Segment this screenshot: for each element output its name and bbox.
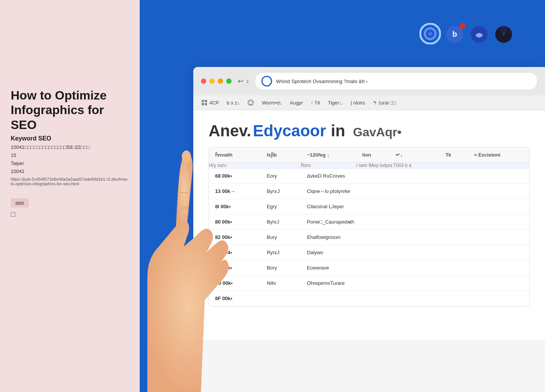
cell-col1-6: Bory [261,260,301,276]
cell-col2-8 [301,291,529,306]
cell-volume-7: S0 00k• [209,276,261,291]
heading-plain: Anev. [209,122,251,140]
cell-col2-2: Cllarsinal LJeper [301,199,529,214]
toolbar-item-6[interactable]: Tiger↓. [328,100,343,106]
page-content: Anev. Edycaoor in GavAqr• ɦnvalih lsʃlb … [193,110,545,340]
cell-volume-1: 13 00k→ [209,184,261,199]
cell-col2-5: Dalywo [301,245,529,260]
main-area: b [140,0,545,392]
heading-sub: GavAqr• [353,125,401,139]
col-header-2[interactable]: ~12lifeg ↓ [301,147,356,163]
table-subheader-row: Hry oun↕ Roro I sem lMey iudyaɪ T003 b a [209,163,529,168]
toolbar-item-7[interactable]: | nloirs [351,100,365,106]
cell-col1-2: Egry [261,199,301,214]
browser-chrome: ↩ › Wnind Sprotech Ovsamroning ?mats α̈t… [193,67,545,95]
traffic-light-orange[interactable] [218,78,223,84]
app-icon-2: b [444,23,465,44]
sidebar-tag[interactable]: seo [11,198,29,207]
sidebar-tag-icon: □ [11,210,129,219]
svg-point-15 [182,150,191,163]
address-bar[interactable]: Wnind Sprotech Ovsamroning ?mats α̈tl › [255,72,537,90]
table-header-row: ɦnvalih lsʃlb ~12lifeg ↓ lion ↵↓ Tk ≈ Ex… [209,147,529,163]
toolbar-item-5[interactable]: ↑ Tē [311,100,320,106]
cell-col1-3: BylɤJ [261,214,301,230]
toolbar-item-2[interactable] [247,99,254,106]
cell-volume-2: 8I 00k• [209,199,261,214]
heading-rest: in [331,122,345,140]
col-header-0: ɦnvalih [209,147,261,163]
traffic-light-close[interactable] [201,78,206,84]
cell-col2-6: Eowerave [301,260,529,276]
subheader-2: I sem lMey iudyaɪ T003 b a [356,163,529,168]
svg-point-7 [500,26,507,32]
nav-forward-icon[interactable]: › [246,77,249,85]
col-header-6: Tk [439,147,468,163]
svg-rect-9 [205,100,207,102]
subheader-0: Hry oun↕ [209,163,301,168]
col-header-5 [420,147,439,163]
cell-volume-0: 68 00k• [209,168,261,184]
cell-col2-1: Clqne↔lo ptolynrke [301,184,529,199]
cell-volume-4: 82 00k• [209,230,261,245]
cell-col1-4: Bury [261,230,301,245]
svg-rect-11 [205,103,207,105]
address-circle-icon [261,76,272,87]
toolbar-item-4[interactable]: Augpr [290,100,303,106]
traffic-light-minimize[interactable] [209,78,215,84]
subheader-1: Roro [301,163,356,168]
cell-volume-5: 17 004• [209,245,261,260]
col-header-7: ≈ Excietoni [468,147,529,163]
table-row: 82 00k• Bury Ehalfowigrosxn [209,230,529,245]
sidebar-url: https://pub-5c454f571b8e40a3a2aad27ade84… [11,177,129,186]
browser-window: ↩ › Wnind Sprotech Ovsamroning ?mats α̈t… [193,67,545,392]
cell-col1-0: Eory [261,168,301,184]
sidebar: How to Optimize Infographics for SEO Key… [0,0,140,392]
traffic-lights [201,78,232,84]
app-icon-3 [468,23,490,44]
page-heading-container: Anev. Edycaoor in GavAqr• [209,122,530,140]
traffic-light-maximize[interactable] [226,78,232,84]
svg-rect-10 [202,103,204,105]
browser-toolbar: 4CP b s z↓ Worm•d↓ Augpr ↑ Tē Tiger↓. | … [193,95,545,110]
toolbar-item-8[interactable]: ↰ ⟨ural □□ [373,100,396,106]
nav-buttons: ↩ › [238,77,249,85]
toolbar-item-3[interactable]: Worm•d↓ [262,100,282,106]
sidebar-meta: 10041□□□□□□□□□□□□□□50□22□□□ 15 Taipei 10… [11,144,129,175]
svg-text:b: b [452,30,457,38]
table-row: 8F 00k• [209,291,529,306]
data-table-container: ɦnvalih lsʃlb ~12lifeg ↓ lion ↵↓ Tk ≈ Ex… [209,147,530,307]
col-header-4: ↵↓ [390,147,420,163]
cell-volume-3: 80 00k• [209,214,261,230]
table-row: 80 00k• BylɤJ Ponw□_Caurapedɴth [209,214,529,230]
nav-back-icon[interactable]: ↩ [238,77,243,85]
sidebar-keyword: Keyword SEO [11,135,129,142]
heading-blue: Edycaoor [253,122,326,140]
col-header-1: lsʃlb [261,147,301,163]
cell-volume-8: 8F 00k• [209,291,261,306]
app-icon-4 [493,23,514,44]
top-blue-bar: b [140,0,545,69]
svg-point-13 [249,101,250,103]
toolbar-item-1[interactable]: b s z↓ [227,100,240,106]
sidebar-title: How to Optimize Infographics for SEO [11,88,129,132]
col-header-3: lion [356,147,390,163]
svg-point-2 [428,32,432,36]
browser-icons-group: b [419,23,514,44]
cell-col1-8 [261,291,301,306]
data-table: ɦnvalih lsʃlb ~12lifeg ↓ lion ↵↓ Tk ≈ Ex… [209,147,529,306]
cell-col1-7: Nillv [261,276,301,291]
app-icon-1 [419,23,441,44]
table-row: 32 00k• Bory Eowerave [209,260,529,276]
svg-point-14 [251,101,253,103]
address-text: Wnind Sprotech Ovsamroning ?mats α̈tl › [276,78,367,84]
cell-col2-0: ΔvkeD RuCroves [301,168,529,184]
table-row: 13 00k→ ByrɤJ Clqne↔lo ptolynrke [209,184,529,199]
table-row: S0 00k• Nillv OhrepemsTurare [209,276,529,291]
cell-col1-1: ByrɤJ [261,184,301,199]
table-row: 8I 00k• Egry Cllarsinal LJeper [209,199,529,214]
toolbar-item-0[interactable]: 4CP [201,99,219,106]
cell-col2-4: Ehalfowigrosxn [301,230,529,245]
cell-volume-6: 32 00k• [209,260,261,276]
svg-rect-8 [202,100,204,102]
table-row: 17 004• RylɤJ Dalywo [209,245,529,260]
